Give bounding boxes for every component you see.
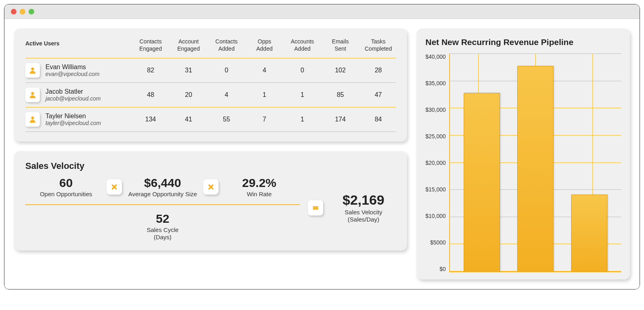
svg-point-0 bbox=[31, 68, 34, 70]
equals-icon bbox=[308, 200, 323, 216]
table-cell: 47 bbox=[361, 91, 396, 99]
sales-velocity-formula: 60 Open Opportunities $6,440 Average Opp… bbox=[25, 175, 396, 241]
minimize-window-button[interactable] bbox=[20, 9, 25, 14]
sales-velocity-result: $2,169 Sales Velocity (Sales/Day) bbox=[331, 192, 396, 223]
window-titlebar bbox=[4, 4, 640, 19]
sales-velocity-card: Sales Velocity 60 Open Opportunities bbox=[14, 151, 407, 250]
chart-bars bbox=[450, 53, 621, 271]
chart-y-axis: $40,000$35,000$30,000$25,000$20,000$15,0… bbox=[425, 53, 446, 272]
table-cell: 82 bbox=[133, 67, 168, 74]
table-cell: 84 bbox=[361, 116, 396, 123]
table-cell: 85 bbox=[323, 91, 357, 99]
table-cell: 134 bbox=[133, 116, 168, 123]
col-tasks-completed: Tasks Completed bbox=[361, 38, 396, 52]
table-cell: 0 bbox=[209, 67, 244, 74]
y-axis-tick: $5000 bbox=[430, 239, 446, 246]
table-cell: 4 bbox=[209, 91, 244, 99]
table-cell: 102 bbox=[323, 67, 357, 74]
user-cell: Jacob Statler jacob@vipecloud.com bbox=[25, 88, 130, 102]
table-cell: 28 bbox=[361, 67, 396, 74]
metric-win-rate: 29.2% Win Rate bbox=[219, 176, 300, 198]
table-cell: 1 bbox=[285, 116, 320, 123]
table-cell: 31 bbox=[171, 67, 206, 74]
user-avatar-icon bbox=[25, 112, 40, 127]
multiply-icon bbox=[203, 179, 219, 195]
open-opps-value: 60 bbox=[25, 176, 107, 190]
sales-velocity-title: Sales Velocity bbox=[25, 161, 396, 171]
left-column: Active Users Contacts Engaged Account En… bbox=[14, 29, 407, 279]
col-account-engaged: Account Engaged bbox=[171, 38, 206, 52]
app-window: Active Users Contacts Engaged Account En… bbox=[4, 4, 640, 289]
table-cell: 0 bbox=[285, 67, 320, 74]
user-email: jacob@vipecloud.com bbox=[45, 95, 101, 102]
table-cell: 1 bbox=[247, 91, 282, 99]
chart-bar bbox=[464, 93, 500, 271]
table-cell: 20 bbox=[171, 91, 206, 99]
active-users-title: Active Users bbox=[25, 40, 130, 47]
equals-group bbox=[308, 200, 323, 216]
table-cell: 48 bbox=[133, 91, 168, 99]
y-axis-tick: $40,000 bbox=[425, 53, 446, 60]
y-axis-tick: $35,000 bbox=[425, 80, 446, 86]
y-axis-tick: $30,000 bbox=[425, 107, 446, 113]
col-contacts-added: Contacts Added bbox=[209, 38, 244, 52]
table-cell: 4 bbox=[247, 67, 282, 74]
avg-opp-value: $6,440 bbox=[122, 176, 203, 190]
y-axis-tick: $10,000 bbox=[425, 213, 446, 219]
table-row: Tayler Nielsen tayler@vipecloud.com 1344… bbox=[25, 107, 396, 132]
y-axis-tick: $25,000 bbox=[425, 133, 446, 140]
sales-velocity-value: $2,169 bbox=[331, 192, 396, 208]
sales-velocity-label: Sales Velocity (Sales/Day) bbox=[331, 209, 396, 223]
table-cell: 174 bbox=[323, 116, 357, 123]
user-name: Jacob Statler bbox=[45, 88, 101, 95]
table-cell: 55 bbox=[209, 116, 244, 123]
col-emails-sent: Emails Sent bbox=[323, 38, 357, 52]
table-cell: 7 bbox=[247, 116, 282, 123]
table-cell: 41 bbox=[171, 116, 206, 123]
y-axis-tick: $20,000 bbox=[425, 160, 446, 166]
win-rate-label: Win Rate bbox=[219, 191, 300, 198]
open-opps-label: Open Opportunities bbox=[25, 191, 107, 198]
y-axis-tick: $0 bbox=[440, 266, 446, 272]
chart-bar bbox=[571, 195, 607, 271]
dashboard-content: Active Users Contacts Engaged Account En… bbox=[4, 19, 640, 289]
revenue-pipeline-card: Net New Recurring Revenue Pipeline $40,0… bbox=[417, 29, 630, 279]
avg-opp-label: Average Opportunity Size bbox=[122, 191, 203, 198]
metric-avg-opp-size: $6,440 Average Opportunity Size bbox=[122, 176, 203, 198]
col-contacts-engaged: Contacts Engaged bbox=[133, 38, 168, 52]
active-users-table: Active Users Contacts Engaged Account En… bbox=[25, 38, 396, 132]
chart-bar bbox=[517, 66, 553, 271]
sv-numerator: 60 Open Opportunities $6,440 Average Opp… bbox=[25, 175, 300, 204]
chart-plot bbox=[449, 53, 621, 272]
user-cell: Tayler Nielsen tayler@vipecloud.com bbox=[25, 112, 130, 127]
user-name: Evan Williams bbox=[45, 64, 99, 71]
revenue-pipeline-title: Net New Recurring Revenue Pipeline bbox=[425, 37, 621, 47]
chart-area: $40,000$35,000$30,000$25,000$20,000$15,0… bbox=[425, 53, 621, 272]
col-opps-added: Opps Added bbox=[247, 38, 282, 52]
table-row: Evan Williams evan@vipecloud.com 8231040… bbox=[25, 58, 396, 83]
table-cell: 1 bbox=[285, 91, 320, 99]
sv-denominator: 52 Sales Cycle (Days) bbox=[25, 205, 300, 241]
table-header-row: Active Users Contacts Engaged Account En… bbox=[25, 38, 396, 58]
table-row: Jacob Statler jacob@vipecloud.com 482041… bbox=[25, 83, 396, 107]
close-window-button[interactable] bbox=[11, 9, 17, 14]
metric-open-opportunities: 60 Open Opportunities bbox=[25, 176, 107, 198]
user-name: Tayler Nielsen bbox=[45, 113, 101, 120]
user-email: tayler@vipecloud.com bbox=[45, 120, 101, 126]
maximize-window-button[interactable] bbox=[29, 9, 34, 14]
sales-cycle-value: 52 bbox=[25, 212, 300, 226]
win-rate-value: 29.2% bbox=[219, 176, 300, 190]
multiply-icon bbox=[107, 179, 122, 195]
svg-point-2 bbox=[31, 117, 34, 119]
sales-cycle-label: Sales Cycle (Days) bbox=[25, 226, 300, 241]
col-accounts-added: Accounts Added bbox=[285, 38, 320, 52]
user-avatar-icon bbox=[25, 63, 40, 78]
y-axis-tick: $15,000 bbox=[425, 186, 446, 193]
user-email: evan@vipecloud.com bbox=[45, 71, 99, 77]
active-users-card: Active Users Contacts Engaged Account En… bbox=[14, 29, 407, 142]
user-cell: Evan Williams evan@vipecloud.com bbox=[25, 63, 130, 78]
user-avatar-icon bbox=[25, 88, 40, 102]
sales-velocity-fraction: 60 Open Opportunities $6,440 Average Opp… bbox=[25, 175, 300, 241]
svg-point-1 bbox=[31, 92, 34, 95]
